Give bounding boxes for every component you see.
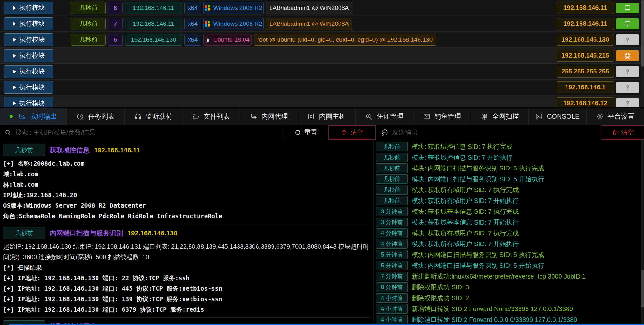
log-module-name: 获取域控信息 <box>50 146 90 155</box>
search-input[interactable] <box>15 128 283 136</box>
reset-label: 重置 <box>305 128 317 137</box>
execute-module-button[interactable]: 执行模块 <box>4 65 53 78</box>
session-user-badge: LAB\labadmin1 @ WIN2008A <box>266 18 352 30</box>
execute-module-button[interactable]: 执行模块 <box>4 17 53 30</box>
clear-output-label: 清空 <box>351 128 363 137</box>
session-arch-badge: x64 <box>184 18 201 30</box>
session-os-badge: Windows 2008 R2 <box>203 18 264 30</box>
play-icon <box>13 85 16 90</box>
message-text: 模块: 获取所有域用户 SID: 7 开始执行 <box>412 239 519 249</box>
message-row: 几秒前 模块: 获取所有域用户 SID: 7 执行完成 <box>376 185 641 195</box>
scrollbar-thumb[interactable] <box>641 270 644 307</box>
message-time-badge: 5 分钟前 <box>376 250 408 259</box>
message-row: 4 小时前 删除权限成功 SID: 2 <box>376 293 641 303</box>
tab-label: CONSOLE <box>547 113 580 120</box>
session-list: 执行模块 几秒前 6 192.168.146.11 x64 Windows 20… <box>0 0 644 107</box>
session-row: 执行模块 192.168.146.215 <box>0 48 644 64</box>
log-time-badge: 几秒前 <box>3 227 45 239</box>
host-ip-badge: 192.168.146.12 <box>557 97 614 108</box>
active-status-dot <box>10 115 13 118</box>
session-row: 执行模块 几秒前 7 192.168.146.11 x64 Windows 20… <box>0 16 644 32</box>
clear-messages-button[interactable]: 清空 <box>601 125 644 140</box>
execute-module-button[interactable]: 执行模块 <box>4 97 53 108</box>
tab[interactable]: 全网扫描 <box>471 108 529 125</box>
execute-module-button[interactable]: 执行模块 <box>4 33 53 46</box>
execute-module-button[interactable]: 执行模块 <box>4 49 53 62</box>
log-line: 林:lab.com <box>3 179 370 190</box>
reset-button[interactable]: 重置 <box>283 125 329 140</box>
log-line: OS版本:Windows Server 2008 R2 Datacenter <box>3 200 370 211</box>
log-section-header: 几秒前 内网端口扫描与服务识别 192.168.146.130 <box>3 227 370 239</box>
execute-module-button[interactable]: 执行模块 <box>4 81 53 94</box>
host-ip-badge: 192.168.146.11 <box>557 2 614 14</box>
clear-output-button[interactable]: 清空 <box>329 125 376 140</box>
log-line: [*] 扫描结果 <box>3 262 370 273</box>
tab[interactable]: 任务列表 <box>67 108 125 125</box>
tab[interactable]: 监听载荷 <box>125 108 183 125</box>
tab-label: 凭证管理 <box>377 112 403 121</box>
message-row: 几秒前 模块: 获取所有域用户 SID: 7 开始执行 <box>376 196 641 205</box>
horizontal-scrollbar[interactable] <box>9 324 644 325</box>
execute-module-label: 执行模块 <box>19 3 45 12</box>
tab[interactable]: CONSOLE <box>529 108 587 125</box>
message-row: 几秒前 模块: 内网端口扫描与服务识别 SID: 5 开始执行 <box>376 174 641 184</box>
message-row: 5 分钟前 模块: 内网端口扫描与服务识别 SID: 5 开始执行 <box>376 261 641 270</box>
message-text: 模块: 获取域基本信息 SID: 7 执行完成 <box>412 207 519 216</box>
message-row: 几秒前 模块: 内网端口扫描与服务识别 SID: 5 执行完成 <box>376 163 641 173</box>
session-id-badge: 5 <box>108 34 123 46</box>
session-online-button[interactable] <box>616 18 639 29</box>
play-icon <box>13 22 16 26</box>
tab[interactable]: 文件列表 <box>182 108 240 125</box>
tab[interactable]: 凭证管理 <box>356 108 413 125</box>
session-scrollbar[interactable] <box>641 0 644 107</box>
session-user-badge: root @ ubuntu (uid=0, gid=0, euid=0, egi… <box>254 34 436 46</box>
question-mark-icon: ? <box>626 100 630 107</box>
tab-label: 内网主机 <box>319 112 345 121</box>
send-message-input[interactable] <box>392 128 601 136</box>
message-time-badge: 4 小时前 <box>376 293 408 303</box>
session-user-badge: LAB\labadmin1 @ WIN2008A <box>266 2 352 14</box>
tab-label: 文件列表 <box>204 112 230 121</box>
log-section: 几秒前 内网端口扫描与服务识别 192.168.146.130 起始IP: 19… <box>3 227 370 318</box>
log-module-params: 起始IP: 192.168.146.130 结束IP: 192.168.146.… <box>3 241 370 262</box>
message-text: 删除权限成功 SID: 3 <box>412 282 469 292</box>
tab-label: 平台设置 <box>608 112 634 121</box>
message-time-badge: 4 分钟前 <box>376 228 408 238</box>
file-list-icon <box>192 113 199 120</box>
tab[interactable]: 平台设置 <box>587 108 644 125</box>
log-line: [+] IP地址: 192.168.146.130 端口: 22 协议:TCP … <box>3 273 370 283</box>
tab[interactable]: 内网代理 <box>240 108 298 125</box>
session-frame-button[interactable] <box>616 50 639 61</box>
execute-module-button[interactable]: 执行模块 <box>4 2 53 14</box>
message-time-badge: 3 分钟前 <box>376 218 408 227</box>
session-unknown-button[interactable]: ? <box>616 66 639 77</box>
log-target-ip: 192.168.146.130 <box>127 229 178 237</box>
scrollbar-thumb[interactable] <box>641 0 644 67</box>
trash-icon <box>341 129 347 136</box>
listener-payload-icon <box>134 113 142 120</box>
execute-module-label: 执行模块 <box>19 99 45 107</box>
log-module-name: 内网端口扫描与服务识别 <box>50 229 123 238</box>
host-ip-badge: 192.168.146.11 <box>557 18 614 30</box>
messages-scrollbar[interactable] <box>641 140 644 325</box>
search-box <box>0 125 283 140</box>
session-online-button[interactable] <box>616 3 639 13</box>
session-unknown-button[interactable]: ? <box>616 34 639 45</box>
session-unknown-button[interactable]: ? <box>616 82 639 93</box>
message-text: 模块: 获取所有域用户 SID: 7 执行完成 <box>412 228 519 238</box>
message-text: 模块: 获取域控信息 SID: 7 执行完成 <box>412 142 513 151</box>
linux-penguin-icon <box>205 36 211 43</box>
tab[interactable]: 实时输出 <box>0 108 67 125</box>
message-time-badge: 3 分钟前 <box>376 207 408 216</box>
monitor-icon <box>624 20 631 27</box>
execute-module-label: 执行模块 <box>19 67 45 76</box>
session-row: 执行模块 192.168.146.12 ? <box>0 95 644 107</box>
session-unknown-button[interactable]: ? <box>616 98 639 108</box>
tab[interactable]: 钓鱼管理 <box>413 108 471 125</box>
message-text: 删除权限成功 SID: 2 <box>412 293 469 303</box>
realtime-output-icon <box>19 113 26 120</box>
tab[interactable]: 内网主机 <box>298 108 356 125</box>
search-icon <box>4 129 11 136</box>
message-row: 8 分钟前 删除权限成功 SID: 3 <box>376 282 641 292</box>
message-time-badge: 8 分钟前 <box>376 282 408 292</box>
